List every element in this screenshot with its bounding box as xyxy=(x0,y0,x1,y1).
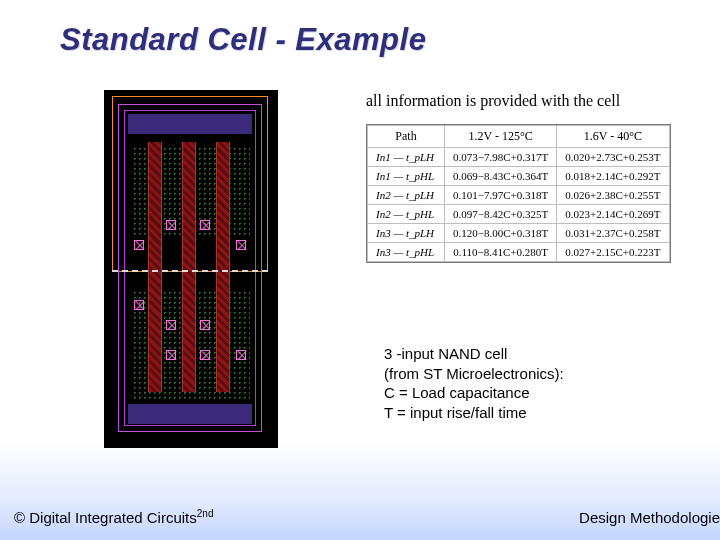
desc-line: T = input rise/fall time xyxy=(384,403,564,423)
contact-icon xyxy=(166,320,176,330)
footer-left: © Digital Integrated Circuits2nd xyxy=(14,508,213,526)
desc-line: C = Load capacitance xyxy=(384,383,564,403)
cell-v1: 0.073−7.98C+0.317T xyxy=(445,148,557,167)
vdd-rail xyxy=(128,114,252,134)
timing-table: Path 1.2V - 125°C 1.6V - 40°C In1 — t_pL… xyxy=(366,124,671,263)
contact-icon xyxy=(236,240,246,250)
cell-path: In1 — t_pLH xyxy=(368,148,445,167)
cell-v2: 0.026+2.38C+0.255T xyxy=(557,186,669,205)
contact-icon xyxy=(166,350,176,360)
poly-gate-3 xyxy=(216,142,230,392)
slide: Standard Cell - Example all information … xyxy=(0,0,720,540)
table-row: In3 — t_pLH 0.120−8.00C+0.318T 0.031+2.3… xyxy=(368,224,670,243)
cell-v2: 0.031+2.37C+0.258T xyxy=(557,224,669,243)
cell-v2: 0.020+2.73C+0.253T xyxy=(557,148,669,167)
description-block: 3 -input NAND cell (from ST Microelectro… xyxy=(384,344,564,422)
cell-path: In1 — t_pHL xyxy=(368,167,445,186)
contact-icon xyxy=(200,320,210,330)
desc-line: 3 -input NAND cell xyxy=(384,344,564,364)
contact-icon xyxy=(200,220,210,230)
contact-icon xyxy=(166,220,176,230)
cell-v1: 0.120−8.00C+0.318T xyxy=(445,224,557,243)
table-row: In3 — t_pHL 0.110−8.41C+0.280T 0.027+2.1… xyxy=(368,243,670,262)
gnd-rail xyxy=(128,404,252,424)
col-path: Path xyxy=(368,126,445,148)
cell-v1: 0.101−7.97C+0.318T xyxy=(445,186,557,205)
contact-icon xyxy=(200,350,210,360)
cell-path: In3 — t_pLH xyxy=(368,224,445,243)
table-row: In2 — t_pHL 0.097−8.42C+0.325T 0.023+2.1… xyxy=(368,205,670,224)
copyright-text: © Digital Integrated Circuits xyxy=(14,509,197,526)
desc-line: (from ST Microelectronics): xyxy=(384,364,564,384)
edition-sup: 2nd xyxy=(197,508,214,519)
contact-icon xyxy=(134,300,144,310)
cell-v2: 0.027+2.15C+0.223T xyxy=(557,243,669,262)
poly-gate-1 xyxy=(148,142,162,392)
cell-v1: 0.110−8.41C+0.280T xyxy=(445,243,557,262)
cell-path: In3 — t_pHL xyxy=(368,243,445,262)
contact-icon xyxy=(236,350,246,360)
footer-right: Design Methodologie xyxy=(579,509,720,526)
poly-gate-2 xyxy=(182,142,196,392)
cell-path: In2 — t_pHL xyxy=(368,205,445,224)
page-title: Standard Cell - Example xyxy=(60,22,426,58)
col-cond2: 1.6V - 40°C xyxy=(557,126,669,148)
figure-caption: all information is provided with the cel… xyxy=(366,92,620,110)
table-row: In2 — t_pLH 0.101−7.97C+0.318T 0.026+2.3… xyxy=(368,186,670,205)
contact-icon xyxy=(134,240,144,250)
cell-v1: 0.097−8.42C+0.325T xyxy=(445,205,557,224)
cell-path: In2 — t_pLH xyxy=(368,186,445,205)
col-cond1: 1.2V - 125°C xyxy=(445,126,557,148)
table-header-row: Path 1.2V - 125°C 1.6V - 40°C xyxy=(368,126,670,148)
cell-v2: 0.023+2.14C+0.269T xyxy=(557,205,669,224)
table-row: In1 — t_pLH 0.073−7.98C+0.317T 0.020+2.7… xyxy=(368,148,670,167)
cell-v1: 0.069−8.43C+0.364T xyxy=(445,167,557,186)
cell-v2: 0.018+2.14C+0.292T xyxy=(557,167,669,186)
cell-layout-figure xyxy=(104,90,278,448)
table-row: In1 — t_pHL 0.069−8.43C+0.364T 0.018+2.1… xyxy=(368,167,670,186)
well-boundary xyxy=(112,270,268,272)
